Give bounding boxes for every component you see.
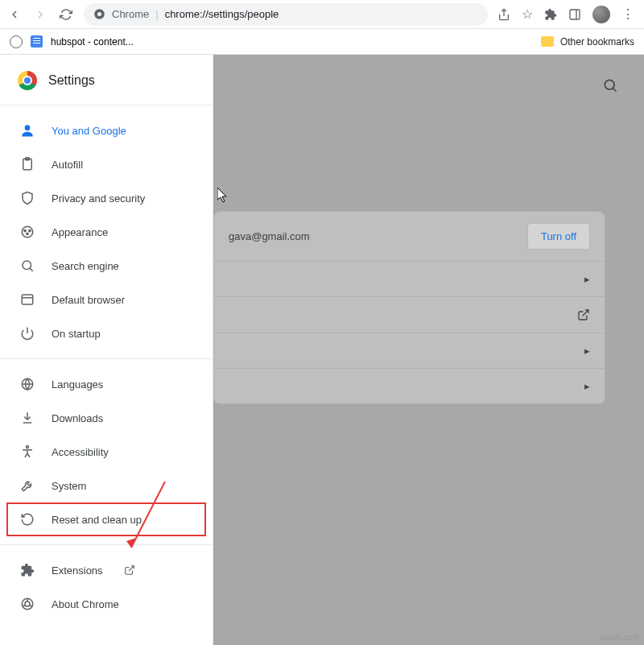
svg-line-25 <box>23 606 26 607</box>
svg-point-11 <box>27 233 28 234</box>
menu-icon[interactable]: ⋮ <box>621 6 634 22</box>
svg-point-10 <box>29 229 31 231</box>
back-button[interactable] <box>6 6 23 23</box>
reload-button[interactable] <box>58 6 74 23</box>
sidebar-item-reset-and-clean-up[interactable]: Reset and clean up <box>6 502 206 536</box>
svg-point-5 <box>25 125 31 130</box>
forward-button[interactable] <box>32 6 48 23</box>
profile-avatar[interactable] <box>592 6 610 23</box>
sidebar-item-system[interactable]: System <box>0 469 213 502</box>
sidebar-item-you-and-google[interactable]: You and Google <box>0 114 213 147</box>
other-bookmarks[interactable]: Other bookmarks <box>541 36 634 48</box>
sidebar-item-appearance[interactable]: Appearance <box>0 215 213 249</box>
share-icon[interactable] <box>497 8 510 21</box>
download-icon <box>19 410 35 426</box>
svg-rect-14 <box>22 295 33 304</box>
wrench-icon <box>19 478 35 494</box>
sync-row-3[interactable] <box>214 297 605 333</box>
chrome-logo-icon <box>18 71 37 90</box>
svg-point-20 <box>27 446 29 449</box>
omnibox[interactable]: Chrome | chrome://settings/people <box>84 3 488 26</box>
sync-row-5[interactable]: ▸ <box>214 369 605 403</box>
svg-point-27 <box>605 80 614 89</box>
svg-rect-3 <box>570 10 580 19</box>
power-icon <box>19 325 35 341</box>
palette-icon <box>19 224 35 240</box>
external-link-icon <box>577 308 590 321</box>
account-email: gava@gmail.com <box>229 230 310 242</box>
sidebar-item-default-browser[interactable]: Default browser <box>0 283 213 316</box>
chrome-icon <box>93 8 105 20</box>
main-panel: gava@gmail.com Turn off ▸ ▸ ▸ <box>213 55 644 645</box>
person-icon <box>19 122 35 139</box>
clipboard-icon <box>19 156 35 172</box>
extensions-icon[interactable] <box>544 8 557 21</box>
sidebar-item-on-startup[interactable]: On startup <box>0 316 213 350</box>
svg-line-26 <box>29 606 32 607</box>
bookmark-item[interactable]: hubspot - content... <box>51 36 134 48</box>
bookmarks-bar: hubspot - content... Other bookmarks <box>0 29 644 55</box>
browser-toolbar: Chrome | chrome://settings/people ☆ ⋮ <box>0 0 644 29</box>
search-settings-icon[interactable] <box>602 77 618 93</box>
svg-point-9 <box>24 229 26 231</box>
chrome-icon <box>19 596 35 612</box>
settings-sidebar: Settings You and Google Autofill Privacy… <box>0 55 213 645</box>
browser-icon <box>19 291 35 308</box>
chevron-right-icon: ▸ <box>584 380 590 392</box>
sidebar-item-downloads[interactable]: Downloads <box>0 401 213 435</box>
external-link-icon <box>124 564 135 576</box>
sync-row-account[interactable]: gava@gmail.com Turn off <box>214 212 605 262</box>
omnibox-label: Chrome <box>112 8 149 20</box>
sync-row-2[interactable]: ▸ <box>214 262 605 297</box>
shield-icon <box>19 190 35 206</box>
svg-line-29 <box>583 310 588 316</box>
docs-icon[interactable] <box>31 35 43 48</box>
sidebar-item-accessibility[interactable]: Accessibility <box>0 435 213 469</box>
globe-icon <box>19 376 35 392</box>
sync-card: gava@gmail.com Turn off ▸ ▸ ▸ <box>213 211 605 404</box>
svg-point-8 <box>22 226 33 238</box>
svg-point-12 <box>23 261 31 270</box>
svg-line-21 <box>128 566 133 571</box>
sidebar-item-languages[interactable]: Languages <box>0 367 213 401</box>
chevron-right-icon: ▸ <box>584 273 590 285</box>
folder-icon <box>541 36 554 47</box>
svg-point-1 <box>97 12 101 16</box>
sidebar-item-extensions[interactable]: Extensions <box>0 553 213 587</box>
search-icon <box>19 258 35 274</box>
restore-icon <box>19 511 35 527</box>
sidebar-item-search-engine[interactable]: Search engine <box>0 249 213 283</box>
omnibox-url: chrome://settings/people <box>165 8 279 20</box>
star-icon[interactable]: ☆ <box>522 6 533 22</box>
sidebar-header: Settings <box>0 55 213 105</box>
sidebar-item-about-chrome[interactable]: About Chrome <box>0 587 213 621</box>
sidebar-item-privacy[interactable]: Privacy and security <box>0 181 213 215</box>
accessibility-icon <box>19 444 35 460</box>
watermark: wsxdn.com <box>599 633 639 642</box>
settings-title: Settings <box>48 73 95 88</box>
sidebar-item-autofill[interactable]: Autofill <box>0 147 213 181</box>
panel-icon[interactable] <box>568 8 581 21</box>
puzzle-icon <box>19 562 35 578</box>
globe-icon[interactable] <box>10 35 23 48</box>
svg-line-28 <box>613 89 617 92</box>
svg-line-13 <box>30 268 32 271</box>
sync-row-4[interactable]: ▸ <box>214 333 605 369</box>
turn-off-button[interactable]: Turn off <box>527 223 590 250</box>
chevron-right-icon: ▸ <box>584 345 590 357</box>
